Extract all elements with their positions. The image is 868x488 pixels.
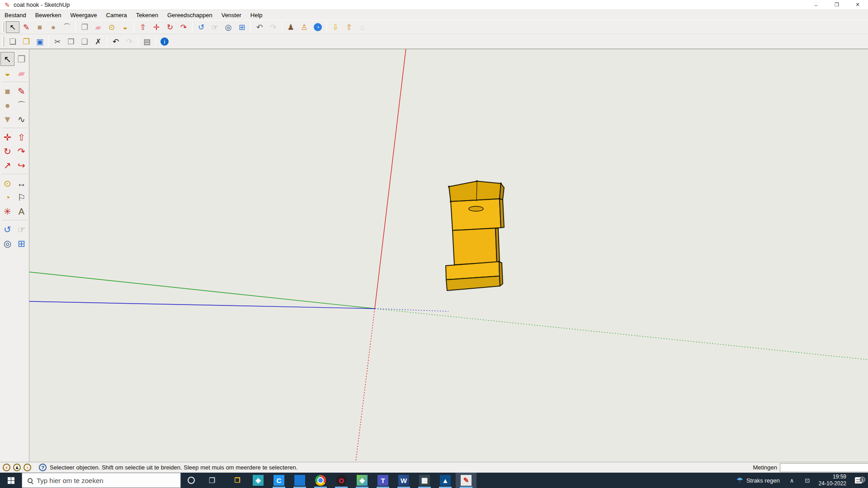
tape-measure-tool[interactable]: ⊙ <box>0 176 14 190</box>
taskbar-app-word[interactable]: W <box>393 473 414 488</box>
taskbar-app-photos[interactable]: ▲ <box>435 473 456 488</box>
protractor-tool[interactable]: ◔ <box>0 190 14 204</box>
add-location-tool[interactable]: ♟ <box>284 21 297 33</box>
coat-hook-hole[interactable] <box>469 206 483 211</box>
menu-bestand[interactable]: Bestand <box>0 10 31 20</box>
paint-bucket-tool[interactable]: ◒ <box>0 66 14 80</box>
save-button[interactable]: ▣ <box>33 36 47 47</box>
taskbar-app-sketchup[interactable]: ✎ <box>456 473 476 488</box>
google-earth-tool[interactable]: ◔ <box>311 21 325 33</box>
taskbar-app-chrome[interactable] <box>310 473 331 488</box>
taskbar-app-cube[interactable]: ◈ <box>248 473 269 488</box>
zoom-extents-tool[interactable]: ⊞ <box>235 21 249 33</box>
menu-bewerken[interactable]: Bewerken <box>31 10 66 20</box>
top-face[interactable] <box>449 181 501 202</box>
upper-front-face[interactable] <box>451 199 501 230</box>
start-button[interactable] <box>0 473 22 488</box>
move-tool[interactable]: ✛ <box>150 21 163 33</box>
menu-gereedschappen[interactable]: Gereedschappen <box>163 10 217 20</box>
make-component-tool[interactable]: ❐ <box>78 21 91 33</box>
taskbar-app-sims4[interactable]: ◆ <box>352 473 373 488</box>
dimension-tool[interactable]: ↔ <box>14 176 28 190</box>
taskbar-app-opera-gx[interactable]: O <box>331 473 352 488</box>
follow-me-tool[interactable]: ↷ <box>177 21 190 33</box>
taskbar-search[interactable]: Typ hier om te zoeken <box>22 473 181 488</box>
rotate-tool[interactable]: ↻ <box>163 21 177 33</box>
share-component-tool[interactable]: ⌂ <box>356 21 369 33</box>
weather-widget[interactable]: ☂ Straks regen <box>733 476 783 485</box>
pan-tool[interactable]: ☞ <box>208 21 222 33</box>
task-view-button[interactable]: ❐ <box>202 473 222 488</box>
menu-camera[interactable]: Camera <box>102 10 132 20</box>
orbit-tool[interactable]: ↺ <box>194 21 208 33</box>
select-tool[interactable]: ↖ <box>0 52 14 66</box>
scale-tool[interactable]: ↗ <box>0 158 14 172</box>
menu-venster[interactable]: Venster <box>217 10 246 20</box>
text-tool[interactable]: ⚐ <box>14 190 28 204</box>
eraser-tool[interactable]: ▰ <box>91 21 105 33</box>
tape-measure-tool[interactable]: ⊙ <box>105 21 118 33</box>
arc-tool[interactable]: ⌒ <box>60 21 74 33</box>
cut-button[interactable]: ✂ <box>51 36 64 47</box>
tray-cast-icon[interactable]: ⊡ <box>801 477 814 484</box>
eraser-tool[interactable]: ▰ <box>14 66 28 80</box>
zoom-tool[interactable]: ◎ <box>222 21 235 33</box>
push-pull-tool[interactable]: ⇧ <box>136 21 150 33</box>
taskbar-app-c[interactable]: C <box>269 473 289 488</box>
toolbar-drag-handle[interactable] <box>2 37 4 47</box>
freehand-tool[interactable]: ∿ <box>14 112 28 126</box>
3d-text-tool[interactable]: A <box>14 204 28 218</box>
taskbar-app-explorer[interactable]: ❒ <box>227 473 248 488</box>
circle-tool[interactable]: ● <box>0 98 14 112</box>
open-button[interactable]: ❐ <box>19 36 33 47</box>
geolocation-status-icon[interactable]: ● <box>3 464 10 471</box>
minimize-button[interactable]: – <box>806 0 826 9</box>
next-view-tool[interactable]: ↷ <box>266 21 280 33</box>
delete-button[interactable]: ✗ <box>91 36 105 47</box>
menu-help[interactable]: Help <box>246 10 267 20</box>
polygon-tool[interactable]: ▼ <box>0 112 14 126</box>
new-button[interactable]: ❏ <box>6 36 19 47</box>
push-pull-tool[interactable]: ⇧ <box>14 130 28 144</box>
menu-tekenen[interactable]: Tekenen <box>132 10 163 20</box>
menu-weergave[interactable]: Weergave <box>66 10 102 20</box>
share-model-tool[interactable]: ⇧ <box>342 21 356 33</box>
coat-hook-model[interactable] <box>446 180 504 291</box>
model-info-button[interactable]: i <box>158 36 171 47</box>
offset-tool[interactable]: ↪ <box>14 158 28 172</box>
taskbar-app-teams[interactable]: T <box>373 473 393 488</box>
line-tool[interactable]: ✎ <box>14 84 28 98</box>
taskbar-app-calculator[interactable]: ▦ <box>414 473 435 488</box>
make-component-tool[interactable]: ❐ <box>14 52 28 66</box>
arc-tool[interactable]: ⌒ <box>14 98 28 112</box>
bottom-right-face[interactable] <box>499 262 503 286</box>
claim-credit-icon[interactable]: ◖ <box>24 464 31 471</box>
measurements-input[interactable] <box>780 463 868 472</box>
line-tool[interactable]: ✎ <box>19 21 33 33</box>
taskbar-app-blue[interactable] <box>289 473 310 488</box>
copy-button[interactable]: ❒ <box>64 36 78 47</box>
close-button[interactable]: ✕ <box>847 0 868 9</box>
tray-chevron-icon[interactable]: ∧ <box>785 477 799 484</box>
photo-textures-tool[interactable]: ♙ <box>297 21 311 33</box>
previous-view-tool[interactable]: ↶ <box>253 21 266 33</box>
follow-me-tool[interactable]: ↷ <box>14 144 28 158</box>
paste-button[interactable]: ❑ <box>78 36 91 47</box>
rotate-tool[interactable]: ↻ <box>0 144 14 158</box>
redo-button[interactable]: ↷ <box>123 36 136 47</box>
notification-center-button[interactable]: 1 <box>851 477 866 483</box>
cortana-button[interactable] <box>181 473 202 488</box>
get-models-tool[interactable]: ⇩ <box>329 21 342 33</box>
circle-tool[interactable]: ● <box>47 21 60 33</box>
rectangle-tool[interactable]: ■ <box>33 21 47 33</box>
undo-button[interactable]: ↶ <box>109 36 123 47</box>
zoom-extents-tool[interactable]: ⊞ <box>14 236 28 250</box>
zoom-tool[interactable]: ◎ <box>0 236 14 250</box>
help-icon[interactable]: ? <box>39 464 47 471</box>
orbit-tool[interactable]: ↺ <box>0 222 14 236</box>
pan-tool[interactable]: ☞ <box>14 222 28 236</box>
drawing-canvas[interactable] <box>29 49 868 462</box>
rectangle-tool[interactable]: ■ <box>0 84 14 98</box>
print-button[interactable]: ▤ <box>140 36 154 47</box>
maximize-button[interactable]: ❐ <box>826 0 847 9</box>
